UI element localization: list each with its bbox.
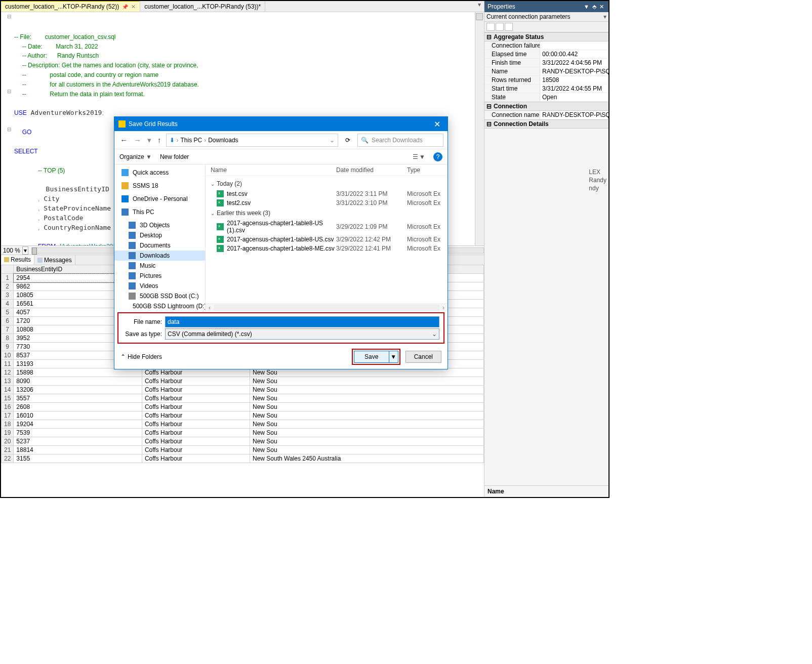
refresh-icon[interactable]: ⟳ — [341, 137, 354, 144]
up-icon[interactable]: ↑ — [156, 136, 163, 144]
navigation-tree[interactable]: Quick accessSSMS 18OneDrive - PersonalTh… — [114, 164, 206, 311]
table-row[interactable]: 162608Coffs HarbourNew Sou — [2, 403, 484, 411]
nav-item[interactable]: Quick access — [114, 168, 205, 178]
file-item[interactable]: 2017-agcensus-chapter1-table8-ME.csv3/29… — [206, 244, 448, 253]
excel-icon — [217, 236, 224, 243]
dialog-title-bar[interactable]: Save Grid Results ✕ — [114, 117, 448, 131]
prop-section[interactable]: ⊟Connection — [484, 102, 608, 111]
search-input[interactable]: 🔍 Search Downloads — [357, 134, 443, 147]
nav-item[interactable]: 500GB SSD Boot (C:) — [114, 291, 205, 301]
col-name[interactable]: Name — [211, 167, 336, 174]
prop-row[interactable]: Finish time3/31/2022 4:04:56 PM — [484, 59, 608, 67]
table-row[interactable]: 153557Coffs HarbourNew Sou — [2, 394, 484, 403]
tab-results[interactable]: Results — [1, 255, 34, 265]
file-item[interactable]: test2.csv3/31/2022 3:10 PMMicrosoft Ex — [206, 198, 448, 208]
nav-item[interactable]: Music — [114, 261, 205, 271]
folder-icon — [129, 282, 136, 289]
cancel-button[interactable]: Cancel — [405, 351, 441, 363]
savetype-combo[interactable]: CSV (Comma delimited) (*.csv) ⌄ — [165, 328, 439, 340]
file-list-header[interactable]: Name Date modified Type — [206, 164, 448, 176]
col-date[interactable]: Date modified — [336, 167, 407, 174]
zoom-dropdown[interactable]: ▾ — [22, 246, 28, 255]
file-item[interactable]: 2017-agcensus-chapter1-table8-US (1).csv… — [206, 219, 448, 235]
table-row[interactable]: 1413206Coffs HarbourNew Sou — [2, 386, 484, 394]
prop-row[interactable]: NameRANDY-DESKTOP-P\SQLEX — [484, 67, 608, 76]
nav-item[interactable]: OneDrive - Personal — [114, 194, 205, 204]
tab-file-1[interactable]: customer_location_...KTOP-P\Randy (52)) … — [1, 1, 140, 12]
prop-row[interactable]: Rows returned18508 — [484, 76, 608, 85]
nav-item[interactable]: SSMS 18 — [114, 181, 205, 191]
table-row[interactable]: 1215898Coffs HarbourNew Sou — [2, 368, 484, 377]
col-type[interactable]: Type — [407, 167, 442, 174]
code-line: -- Description: Get the names and locati… — [22, 62, 198, 69]
properties-grid[interactable]: ⊟Aggregate StatusConnection failuresElap… — [484, 32, 608, 485]
sort-icon[interactable] — [496, 23, 504, 31]
file-hscrollbar[interactable]: ‹› — [206, 303, 448, 311]
table-row[interactable]: 205237Coffs HarbourNew Sou — [2, 437, 484, 446]
vertical-scrollbar[interactable] — [475, 12, 484, 245]
prop-section[interactable]: ⊟Connection Details — [484, 119, 608, 129]
file-item[interactable]: test.csv3/31/2022 3:11 PMMicrosoft Ex — [206, 189, 448, 198]
nav-item[interactable]: Documents — [114, 240, 205, 251]
prop-row[interactable]: Elapsed time00:00:00.442 — [484, 50, 608, 59]
table-row[interactable]: 223155Coffs HarbourNew South Wales 2450 … — [2, 454, 484, 463]
file-group[interactable]: ⌄Earlier this week (3) — [206, 208, 448, 219]
properties-subject[interactable]: Current connection parameters ▾ — [484, 12, 608, 22]
table-row[interactable]: 2118814Coffs HarbourNew Sou — [2, 446, 484, 454]
chevron-down-icon[interactable]: ⌄ — [330, 137, 335, 144]
collapse-icon[interactable]: ⊟ — [486, 33, 492, 40]
nav-item[interactable]: Desktop — [114, 230, 205, 240]
pin-icon[interactable]: 📌 — [122, 4, 128, 10]
prop-row[interactable]: Connection nameRANDY-DESKTOP-P\SQLEX — [484, 111, 608, 119]
view-options[interactable]: ☰ ▼ — [413, 153, 425, 160]
close-icon[interactable]: ✕ — [131, 4, 136, 10]
tab-file-2[interactable]: customer_location_...KTOP-P\Randy (53))* — [140, 1, 265, 12]
organize-menu[interactable]: Organize ▼ — [119, 153, 152, 160]
split-icon[interactable] — [476, 13, 483, 20]
code-line: -- File: customer_location_csv.sql — [14, 33, 116, 40]
prop-section[interactable]: ⊟Aggregate Status — [484, 32, 608, 42]
chevron-down-icon[interactable]: ⌄ — [432, 330, 437, 338]
nav-item[interactable]: 500GB SSD Lightroom (D:) — [114, 301, 205, 311]
table-row[interactable]: 1716010Coffs HarbourNew Sou — [2, 411, 484, 420]
pin-icon[interactable]: ⬘ — [591, 4, 598, 10]
dropdown-icon[interactable]: ▼ — [582, 4, 591, 10]
table-row[interactable]: 138090Coffs HarbourNew Sou — [2, 377, 484, 386]
hide-folders-toggle[interactable]: ⌃Hide Folders — [120, 353, 162, 360]
tab-messages[interactable]: Messages — [34, 255, 75, 265]
crumb-downloads[interactable]: Downloads — [208, 137, 238, 144]
forward-icon[interactable]: → — [132, 136, 143, 144]
code-line: -- Return the data in plain text format. — [22, 91, 145, 98]
wrench-icon[interactable] — [505, 23, 513, 31]
close-icon[interactable]: ✕ — [431, 119, 443, 129]
file-list[interactable]: ⌄Today (2)test.csv3/31/2022 3:11 PMMicro… — [206, 176, 448, 303]
save-button[interactable]: Save — [354, 351, 389, 363]
categorize-icon[interactable] — [486, 23, 495, 31]
nav-item[interactable]: This PC — [114, 207, 205, 217]
back-icon[interactable]: ← — [118, 136, 129, 144]
tab-overflow-icon[interactable]: ▾ — [475, 1, 484, 12]
nav-item[interactable]: Videos — [114, 281, 205, 291]
prop-row[interactable]: Connection failures — [484, 42, 608, 50]
prop-row[interactable]: StateOpen — [484, 93, 608, 102]
help-icon[interactable]: ? — [433, 152, 442, 161]
file-item[interactable]: 2017-agcensus-chapter1-table8-US.csv3/29… — [206, 235, 448, 244]
nav-item[interactable]: Pictures — [114, 271, 205, 281]
collapse-icon[interactable]: ⊟ — [486, 120, 492, 128]
save-dropdown[interactable]: ▼ — [389, 351, 398, 363]
search-icon: 🔍 — [361, 137, 369, 144]
crumb-this-pc[interactable]: This PC — [181, 137, 202, 144]
nav-item[interactable]: Downloads — [114, 251, 205, 261]
filename-input[interactable] — [165, 316, 439, 327]
new-folder-button[interactable]: New folder — [160, 153, 189, 160]
file-group[interactable]: ⌄Today (2) — [206, 178, 448, 189]
recent-dropdown-icon[interactable]: ▾ — [146, 136, 153, 145]
prop-row[interactable]: Start time3/31/2022 4:04:55 PM — [484, 85, 608, 93]
folder-icon — [129, 222, 136, 229]
nav-item[interactable]: 3D Objects — [114, 220, 205, 230]
table-row[interactable]: 197539Coffs HarbourNew Sou — [2, 429, 484, 437]
collapse-icon[interactable]: ⊟ — [486, 103, 492, 110]
breadcrumb-bar[interactable]: ⬇ › This PC › Downloads ⌄ — [166, 134, 339, 147]
close-icon[interactable]: ✕ — [598, 4, 605, 10]
table-row[interactable]: 1819204Coffs HarbourNew Sou — [2, 420, 484, 429]
